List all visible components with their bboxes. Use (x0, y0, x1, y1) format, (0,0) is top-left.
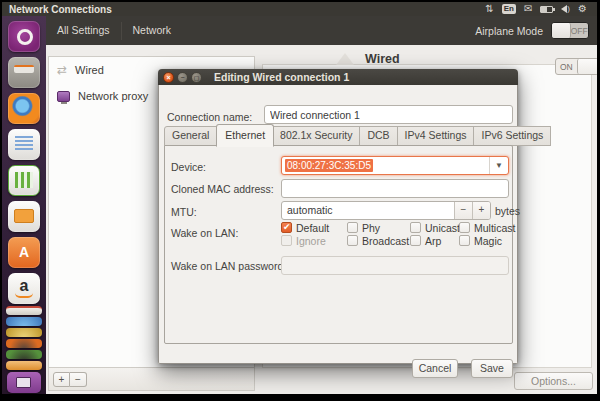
battery-icon[interactable] (540, 6, 553, 13)
wol-password-label: Wake on LAN password: (171, 260, 286, 272)
folded-launcher-icon[interactable] (6, 317, 42, 326)
remove-connection-button[interactable]: − (70, 372, 87, 387)
dialog-title: Editing Wired connection 1 (214, 71, 349, 83)
cloned-mac-label: Cloned MAC address: (171, 183, 274, 195)
connection-name-input[interactable] (264, 105, 513, 124)
checkbox-icon (281, 235, 292, 246)
checkbox-ignore: Ignore (281, 234, 347, 247)
wol-password-input (281, 256, 509, 275)
folded-launcher-icon[interactable] (6, 306, 42, 315)
network-proxy-icon (57, 91, 70, 102)
wired-on-toggle[interactable]: ON (555, 58, 597, 75)
network-indicator-icon[interactable]: ⇅ (485, 2, 493, 16)
edit-connection-dialog: × − ▢ Editing Wired connection 1 Connect… (158, 69, 518, 364)
add-connection-button[interactable]: + (53, 372, 70, 387)
libreoffice-calc-icon[interactable] (8, 165, 40, 196)
software-center-icon[interactable]: A (8, 237, 40, 268)
close-icon[interactable]: × (163, 72, 174, 83)
list-actions: + − (49, 367, 254, 390)
toggle-knob (552, 23, 571, 38)
cloned-mac-input[interactable] (281, 179, 509, 198)
tab-ipv6-settings[interactable]: IPv6 Settings (474, 126, 551, 146)
checkbox-magic[interactable]: Magic (459, 234, 515, 247)
checkbox-arp[interactable]: Arp (410, 234, 459, 247)
options-button[interactable]: Options... (514, 372, 593, 390)
checkbox-icon[interactable] (281, 222, 292, 233)
screen: Network Connections ⇅ En ✉ ) ⚙ A a (0, 0, 600, 401)
top-panel: Network Connections ⇅ En ✉ ) ⚙ (2, 2, 597, 16)
device-label: Device: (171, 161, 206, 173)
tab-dcb[interactable]: DCB (360, 126, 397, 146)
checkbox-broadcast[interactable]: Broadcast (347, 234, 410, 247)
dialog-titlebar[interactable]: × − ▢ Editing Wired connection 1 (158, 69, 518, 85)
system-tray: ⇅ En ✉ ) ⚙ (485, 2, 597, 16)
session-gear-icon[interactable]: ⚙ (578, 2, 587, 16)
mtu-value[interactable]: automatic (282, 202, 454, 219)
libreoffice-impress-icon[interactable] (8, 201, 40, 232)
tab-general[interactable]: General (164, 126, 217, 146)
mtu-label: MTU: (171, 206, 197, 218)
dialog-body: Connection name: General Ethernet 802.1x… (158, 85, 518, 364)
mail-icon[interactable]: ✉ (524, 2, 532, 16)
checkbox-unicast[interactable]: Unicast (410, 221, 459, 234)
folded-launcher-icon[interactable] (6, 361, 42, 370)
mtu-unit-label: bytes (495, 205, 520, 217)
device-combobox[interactable]: 08:00:27:3C:35:D5 ▼ (281, 156, 509, 175)
dialog-tabs: General Ethernet 802.1x Security DCB IPv… (164, 125, 551, 146)
checkbox-icon[interactable] (410, 222, 421, 233)
maximize-icon[interactable]: ▢ (191, 72, 202, 83)
settings-toolbar: All Settings Network Airplane Mode OFF (46, 16, 597, 45)
files-icon[interactable] (8, 57, 40, 88)
checkbox-icon[interactable] (459, 235, 470, 246)
network-panel: ⇄ Wired Network proxy + − Wired (46, 45, 597, 394)
chevron-down-icon[interactable]: ▼ (489, 157, 508, 174)
folded-launcher-icon[interactable] (6, 328, 42, 337)
volume-icon[interactable]: ) (561, 4, 570, 14)
minimize-icon[interactable]: − (177, 72, 188, 83)
ethernet-tab-panel: Device: 08:00:27:3C:35:D5 ▼ Cloned MAC a… (164, 145, 513, 344)
device-value-selected: 08:00:27:3C:35:D5 (285, 159, 373, 172)
checkbox-default[interactable]: Default (281, 221, 347, 234)
checkbox-icon[interactable] (459, 222, 470, 233)
network-breadcrumb[interactable]: Network (122, 16, 183, 45)
checkbox-icon[interactable] (347, 235, 358, 246)
checkbox-icon[interactable] (410, 235, 421, 246)
firefox-icon[interactable] (8, 93, 40, 124)
connection-name-label: Connection name: (167, 111, 252, 123)
airplane-mode-label: Airplane Mode (475, 25, 543, 37)
save-button[interactable]: Save (471, 359, 513, 378)
wake-on-lan-options: Default Phy Unicast Multicast Ignore Bro… (281, 221, 515, 247)
libreoffice-writer-icon[interactable] (8, 129, 40, 160)
tab-8021x-security[interactable]: 802.1x Security (273, 126, 360, 146)
amazon-icon[interactable]: a (8, 273, 40, 304)
airplane-mode-group: Airplane Mode OFF (475, 22, 597, 39)
toggle-knob (577, 59, 598, 74)
checkbox-multicast[interactable]: Multicast (459, 221, 515, 234)
window-title: Network Connections (2, 4, 112, 15)
all-settings-button[interactable]: All Settings (46, 16, 121, 45)
tab-ipv4-settings[interactable]: IPv4 Settings (398, 126, 475, 146)
cancel-button[interactable]: Cancel (412, 359, 458, 378)
mtu-decrement-button[interactable]: − (454, 202, 472, 219)
unity-launcher: A a (2, 16, 46, 394)
mtu-increment-button[interactable]: + (472, 202, 490, 219)
checkbox-phy[interactable]: Phy (347, 221, 410, 234)
airplane-mode-toggle[interactable]: OFF (551, 22, 589, 39)
detail-heading: Wired (365, 52, 400, 66)
keyboard-layout-indicator[interactable]: En (502, 4, 516, 14)
ubuntu-dash-icon[interactable] (8, 21, 40, 52)
wired-network-icon: ⇄ (57, 63, 67, 77)
system-settings-icon[interactable] (7, 372, 41, 393)
tab-ethernet[interactable]: Ethernet (216, 124, 274, 147)
folded-launcher-icon[interactable] (6, 339, 42, 348)
wake-on-lan-label: Wake on LAN: (171, 227, 238, 239)
desktop: Network Connections ⇅ En ✉ ) ⚙ A a (2, 2, 597, 394)
folded-launcher-icon[interactable] (6, 350, 42, 359)
mtu-spinbutton[interactable]: automatic − + (281, 201, 491, 220)
checkbox-icon[interactable] (347, 222, 358, 233)
pane-pointer (336, 53, 354, 65)
